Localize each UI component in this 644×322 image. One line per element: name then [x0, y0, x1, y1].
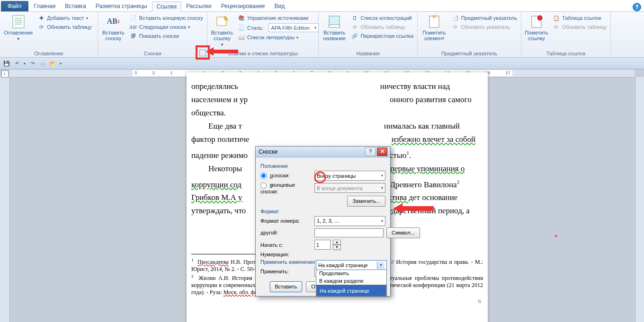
manage-sources-button[interactable]: 📚Управление источниками	[236, 14, 321, 22]
next-footnote-button[interactable]: AB¹Следующая сноска▾	[128, 23, 205, 31]
quick-access-toolbar: 💾 ↶▾ ↷ ▭ 📂 ▾	[0, 58, 644, 70]
undo-icon[interactable]: ↶	[13, 60, 21, 67]
insert-button[interactable]: Вставить	[270, 281, 303, 292]
start-spinner[interactable]: ▲▼	[333, 240, 341, 250]
insert-endnote-button[interactable]: 📄Вставить концевую сноску	[128, 14, 205, 22]
start-at-input[interactable]	[314, 240, 331, 250]
tab-insert[interactable]: Вставка	[60, 1, 91, 11]
label-numfmt: Формат номера:	[260, 218, 312, 224]
insert-footnote-label: Вставить сноску	[102, 30, 125, 41]
dialog-close-icon[interactable]: ✕	[377, 148, 387, 156]
svg-point-13	[315, 172, 325, 183]
group-toa-title: Таблица ссылок	[523, 50, 608, 57]
dialog-title: Сноски	[259, 148, 277, 155]
label-numbering: Нумерация:	[260, 252, 312, 257]
biblio-icon: 📖	[238, 34, 245, 41]
ruler-corner[interactable]: L	[1, 70, 9, 78]
illustrations-list-button[interactable]: 🗒Список иллюстраций	[349, 14, 415, 22]
toa-icon	[529, 14, 544, 29]
section-position: Положение	[260, 163, 385, 169]
insert-index-button[interactable]: 📑Предметный указатель	[450, 14, 519, 22]
list-icon: 🗒	[351, 14, 358, 22]
save-icon[interactable]: 💾	[3, 60, 10, 67]
other-symbol-input[interactable]	[314, 228, 384, 237]
svg-marker-14	[393, 203, 434, 214]
refresh-icon: ⟳	[37, 23, 45, 31]
annotation-dot	[555, 235, 557, 237]
group-footnotes-title: Сноски	[100, 50, 205, 57]
numbering-dropdown-open[interactable]: На каждой странице▼ Продолжить В каждом …	[316, 260, 387, 297]
crossref-icon: 🔗	[351, 32, 358, 40]
ribbon: Оглавление ▼ ✚Добавить текст▾ ⟳Обновить …	[0, 12, 644, 58]
svg-rect-0	[13, 16, 24, 28]
style-dropdown[interactable]: 🧾Стиль: APA Fifth Edition▾	[236, 23, 321, 33]
symbol-button[interactable]: Символ...	[386, 227, 420, 238]
ribbon-tabs: Файл Главная Вставка Разметка страницы С…	[0, 0, 644, 12]
file-tab[interactable]: Файл	[1, 1, 28, 11]
tab-home[interactable]: Главная	[29, 1, 61, 11]
update-captions-button[interactable]: ⟳Обновить таблицу	[349, 23, 415, 31]
toc-icon	[11, 14, 26, 29]
numbering-option-continue[interactable]: Продолжить	[316, 270, 386, 277]
help-icon[interactable]: ?	[633, 3, 641, 11]
insert-citation-label: Вставить ссылку	[211, 30, 233, 41]
dialog-titlebar[interactable]: Сноски ? ✕	[256, 147, 390, 157]
annotation-arrow-launcher	[206, 46, 239, 57]
section-format: Формат	[260, 209, 385, 214]
label-apply-to: Применить:	[260, 269, 312, 274]
footnotes-dialog: Сноски ? ✕ Положение ссноски: Внизу стра…	[255, 146, 391, 296]
add-text-button[interactable]: ✚Добавить текст▾	[36, 14, 93, 22]
insert-citation-button[interactable]: Вставить ссылку ▼	[209, 13, 235, 49]
refresh-icon: ⟳	[351, 23, 358, 31]
tab-page-layout[interactable]: Разметка страницы	[91, 1, 152, 11]
insert-caption-button[interactable]: Вставить название	[321, 13, 348, 42]
update-toc-button[interactable]: ⟳Обновить таблицу	[36, 23, 93, 31]
caption-icon	[327, 14, 342, 29]
label-start: Начать с:	[260, 242, 312, 248]
undo-more[interactable]: ▾	[24, 61, 26, 66]
numbering-option-section[interactable]: В каждом разделе	[316, 277, 386, 285]
mark-citation-button[interactable]: Пометить ссылку	[523, 13, 550, 42]
show-footnotes-button[interactable]: 🗐Показать сноски	[128, 32, 205, 40]
radio-endnotes[interactable]: кконцевые сноски:	[260, 182, 312, 194]
qat-more[interactable]: ▾	[60, 61, 62, 66]
vertical-ruler[interactable]	[0, 77, 10, 322]
mark-entry-button[interactable]: Пометить элемент	[420, 13, 449, 42]
refresh-icon: ⟳	[553, 23, 560, 31]
update-index-button[interactable]: ⟳Обновить указатель	[450, 23, 519, 31]
svg-rect-9	[433, 15, 436, 18]
tab-references[interactable]: Ссылки	[152, 1, 181, 12]
toc-button[interactable]: Оглавление ▼	[2, 13, 35, 43]
endnote-position-select: В конце документа▾	[314, 183, 385, 193]
bibliography-button[interactable]: 📖Список литературы▾	[236, 33, 321, 42]
scrollbar-area[interactable]	[635, 77, 644, 322]
svg-point-11	[537, 16, 542, 20]
cross-reference-button[interactable]: 🔗Перекрестная ссылка	[349, 32, 415, 40]
toa-list-icon: 📋	[553, 14, 560, 22]
annotation-circle-start	[313, 171, 327, 183]
group-captions-title: Названия	[321, 50, 415, 57]
replace-button[interactable]: Заменить...	[347, 196, 385, 207]
plus-icon: ✚	[37, 14, 45, 22]
endnote-icon: 📄	[130, 14, 137, 22]
index-icon	[427, 14, 442, 29]
group-toc-title: Оглавление	[2, 50, 96, 57]
radio-footnotes[interactable]: ссноски:	[260, 173, 312, 179]
insert-footnote-button[interactable]: AB1 Вставить сноску	[100, 13, 127, 42]
insert-caption-label: Вставить название	[322, 30, 346, 41]
document-area: 3211234567891011121314151617 L определял…	[0, 70, 644, 322]
number-format-select[interactable]: 1, 2, 3, …▾	[314, 216, 385, 226]
tab-mailings[interactable]: Рассылки	[181, 1, 216, 11]
new-icon[interactable]: ▭	[39, 60, 46, 67]
dialog-help-icon[interactable]: ?	[365, 148, 376, 156]
tab-review[interactable]: Рецензирование	[216, 1, 270, 11]
insert-toa-button[interactable]: 📋Таблица ссылок	[551, 14, 608, 22]
page-number: 6	[478, 297, 482, 305]
redo-icon[interactable]: ↷	[28, 60, 36, 67]
style-icon: 🧾	[238, 24, 245, 32]
open-icon[interactable]: 📂	[49, 60, 57, 67]
update-toa-button[interactable]: ⟳Обновить таблицу	[551, 23, 608, 31]
next-footnote-icon: AB¹	[130, 23, 137, 31]
tab-view[interactable]: Вид	[269, 1, 289, 11]
numbering-option-each-page[interactable]: На каждой странице	[316, 285, 386, 296]
